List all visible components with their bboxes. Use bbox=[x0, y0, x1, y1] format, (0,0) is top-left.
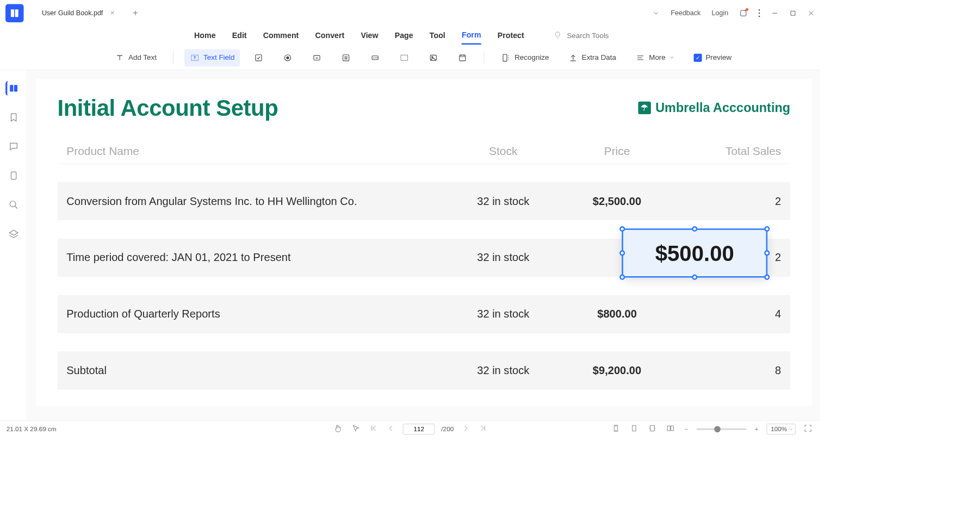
checkbox-button[interactable] bbox=[249, 49, 270, 66]
svg-rect-41 bbox=[11, 172, 16, 179]
date-field-button[interactable] bbox=[452, 49, 474, 66]
kebab-menu-icon[interactable] bbox=[758, 9, 760, 17]
document-tab[interactable]: User Guild Book.pdf × bbox=[33, 5, 123, 21]
chevron-down-icon bbox=[669, 53, 674, 61]
scroll-mode-icon[interactable] bbox=[610, 423, 622, 434]
minimize-icon[interactable] bbox=[771, 9, 778, 16]
select-tool-icon[interactable] bbox=[350, 423, 362, 434]
sidebar-thumbnails[interactable] bbox=[5, 81, 20, 96]
col-stock: Stock bbox=[448, 145, 559, 158]
cell-name: Conversion from Angular Systems Inc. to … bbox=[66, 195, 448, 207]
sidebar-search[interactable] bbox=[6, 197, 21, 212]
umbrella-icon: ☂ bbox=[638, 102, 650, 114]
menu-tool[interactable]: Tool bbox=[430, 28, 445, 44]
svg-point-5 bbox=[759, 15, 760, 17]
table-row: Subtotal 32 in stock $9,200.00 8 bbox=[57, 351, 790, 389]
tab-title: User Guild Book.pdf bbox=[42, 9, 103, 17]
zoom-in-icon[interactable]: + bbox=[753, 425, 760, 434]
last-page-icon[interactable] bbox=[477, 424, 488, 434]
svg-point-3 bbox=[759, 9, 760, 11]
svg-rect-2 bbox=[741, 10, 746, 16]
single-page-icon[interactable] bbox=[628, 423, 640, 434]
menu-home[interactable]: Home bbox=[194, 28, 216, 44]
cell-stock: 32 in stock bbox=[448, 308, 559, 320]
first-page-icon[interactable] bbox=[368, 424, 379, 434]
resize-handle-sw[interactable] bbox=[619, 275, 625, 280]
company-brand: ☂ Umbrella Acccounting bbox=[638, 101, 790, 115]
image-field-button[interactable] bbox=[423, 49, 444, 66]
fit-width-icon[interactable] bbox=[646, 423, 658, 434]
slider-thumb[interactable] bbox=[714, 426, 721, 432]
radio-button[interactable] bbox=[277, 49, 299, 66]
new-tab-button[interactable]: + bbox=[133, 8, 138, 18]
menu-view[interactable]: View bbox=[361, 28, 378, 44]
hand-tool-icon[interactable] bbox=[332, 423, 344, 434]
resize-handle-ne[interactable] bbox=[764, 226, 770, 232]
text-field-button[interactable]: Text Field bbox=[184, 49, 240, 66]
feedback-link[interactable]: Feedback bbox=[671, 9, 700, 17]
resize-handle-s[interactable] bbox=[692, 275, 697, 280]
signature-button[interactable] bbox=[394, 49, 415, 66]
chevron-down-icon[interactable] bbox=[653, 9, 660, 16]
svg-rect-52 bbox=[667, 426, 670, 431]
page-area[interactable]: Initial Account Setup ☂ Umbrella Acccoun… bbox=[27, 70, 820, 420]
zoom-out-icon[interactable]: − bbox=[683, 425, 690, 434]
sidebar-bookmarks[interactable] bbox=[6, 110, 21, 125]
app-logo bbox=[5, 4, 23, 22]
svg-rect-49 bbox=[650, 426, 654, 431]
resize-handle-se[interactable] bbox=[764, 275, 770, 280]
listbox-button[interactable] bbox=[336, 49, 357, 66]
resize-handle-n[interactable] bbox=[692, 226, 697, 232]
resize-handle-w[interactable] bbox=[619, 250, 625, 256]
cell-price: $2,500.00 bbox=[559, 195, 675, 207]
maximize-icon[interactable] bbox=[789, 9, 796, 16]
menu-protect[interactable]: Protect bbox=[498, 28, 524, 44]
date-icon bbox=[458, 53, 468, 63]
menu-bar: Home Edit Comment Convert View Page Tool… bbox=[0, 27, 820, 46]
form-toolbar: Add Text Text Field BTN Recognize Extra … bbox=[0, 46, 820, 70]
two-page-icon[interactable] bbox=[665, 423, 677, 434]
sidebar-comments[interactable] bbox=[6, 139, 21, 154]
menu-edit[interactable]: Edit bbox=[232, 28, 247, 44]
zoom-select[interactable]: 100% bbox=[767, 424, 796, 434]
recognize-icon bbox=[501, 53, 511, 63]
prev-page-icon[interactable] bbox=[386, 424, 396, 434]
text-field-value: $500.00 bbox=[655, 240, 734, 265]
zoom-slider[interactable] bbox=[697, 428, 747, 430]
page-number-input[interactable] bbox=[403, 424, 435, 434]
recognize-label: Recognize bbox=[514, 53, 549, 61]
company-name: Umbrella Acccounting bbox=[655, 101, 790, 115]
menu-form[interactable]: Form bbox=[462, 27, 481, 45]
dropdown-button[interactable] bbox=[307, 49, 328, 66]
selected-text-field[interactable]: $500.00 bbox=[622, 228, 767, 277]
cell-total: 8 bbox=[675, 364, 781, 377]
sidebar-layers[interactable] bbox=[6, 227, 21, 241]
col-total: Total Sales bbox=[675, 145, 781, 158]
checkbox-icon bbox=[254, 53, 264, 63]
resize-handle-nw[interactable] bbox=[619, 226, 625, 232]
svg-line-43 bbox=[15, 206, 17, 209]
svg-rect-13 bbox=[256, 54, 262, 60]
list-icon bbox=[341, 53, 351, 63]
login-link[interactable]: Login bbox=[711, 9, 728, 17]
menu-convert[interactable]: Convert bbox=[315, 28, 345, 44]
fullscreen-icon[interactable] bbox=[802, 423, 814, 434]
table-row: Conversion from Angular Systems Inc. to … bbox=[57, 182, 790, 220]
svg-point-25 bbox=[432, 56, 433, 57]
preview-button[interactable]: ✓ Preview bbox=[689, 50, 737, 65]
sidebar-attachments[interactable] bbox=[6, 169, 21, 183]
next-page-icon[interactable] bbox=[460, 424, 471, 434]
menu-page[interactable]: Page bbox=[395, 28, 413, 44]
resize-handle-e[interactable] bbox=[764, 250, 770, 256]
more-button[interactable]: More bbox=[630, 49, 680, 66]
window-close-icon[interactable] bbox=[808, 9, 815, 16]
add-text-button[interactable]: Add Text bbox=[109, 49, 162, 66]
svg-rect-26 bbox=[460, 55, 466, 60]
extra-data-button[interactable]: Extra Data bbox=[563, 49, 622, 66]
button-field-button[interactable]: BTN bbox=[365, 49, 386, 66]
menu-comment[interactable]: Comment bbox=[263, 28, 299, 44]
notification-icon[interactable] bbox=[739, 9, 747, 17]
recognize-button[interactable]: Recognize bbox=[495, 49, 554, 66]
close-icon[interactable]: × bbox=[110, 9, 115, 17]
search-tools-input[interactable] bbox=[567, 32, 626, 40]
